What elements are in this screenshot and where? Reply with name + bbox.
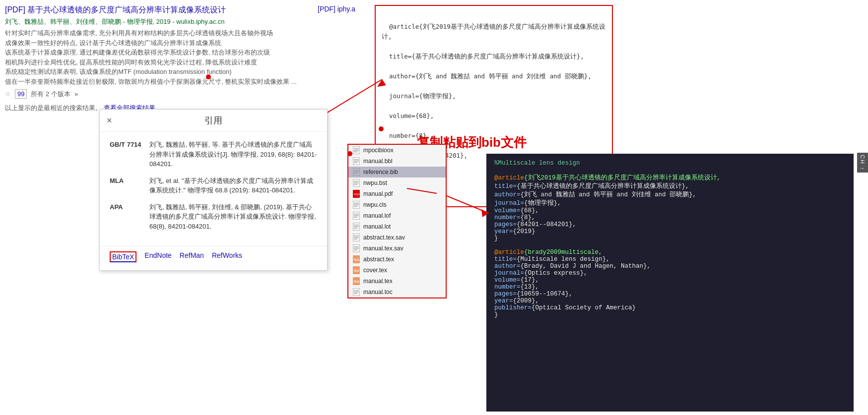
file-item[interactable]: mpocibioox	[348, 145, 446, 156]
close-button[interactable]: ×	[107, 116, 112, 126]
file-icon: TEX	[352, 266, 360, 274]
apa-text: 刘飞, 魏雅喆, 韩平丽, 刘佳维, & 邵晓鹏. (2019). 基于共心球透…	[149, 202, 317, 232]
bibtex-line5: volume={68},	[382, 112, 434, 119]
code-entry2-at: @article{brady2009multiscale,	[494, 249, 846, 256]
file-icon	[352, 288, 360, 296]
versions-text[interactable]: 所有 2 个版本	[31, 90, 70, 99]
file-name: nwpu.bst	[363, 179, 387, 186]
code-entry2-publisher: publisher={Optical Society of America}	[494, 304, 846, 311]
code-entry2-close: }	[494, 311, 846, 318]
search-result-area: [PDF] 基于共心球透镜的多尺度广域高分辨率计算成像系统设计 刘飞、魏雅喆、韩…	[5, 5, 313, 113]
search-snippet: 针对实时广域高分辨率成像需求, 充分利用具有对称结构的多层共心球透镜视场大且各轴…	[5, 28, 313, 86]
citation-body: GB/T 7714 刘飞, 魏雅喆, 韩平丽, 等. 基于共心球透镜的多尺度广域…	[100, 132, 327, 246]
refman-link[interactable]: RefMan	[180, 251, 204, 262]
cite-count[interactable]: 99	[15, 89, 27, 99]
svg-text:TEX: TEX	[353, 280, 359, 283]
citation-title: 引用	[204, 115, 222, 126]
file-name: manual.bbl	[363, 158, 393, 165]
file-item[interactable]: manual.lof	[348, 210, 446, 221]
file-name: abstract.tex	[363, 256, 394, 263]
gb-text: 刘飞, 魏雅喆, 韩平丽, 等. 基于共心球透镜的多尺度广域高分辨率计算成像系统…	[149, 140, 317, 169]
code-entry2-number: number={13},	[494, 284, 846, 291]
file-icon	[352, 234, 360, 241]
svg-text:TEX: TEX	[353, 269, 359, 272]
citation-header: × 引用	[100, 110, 327, 132]
file-name: mpocibioox	[363, 147, 394, 154]
ch-button[interactable]: CH ↑	[857, 153, 868, 173]
file-name: manual.lof	[363, 212, 391, 219]
file-icon: TEX	[352, 255, 360, 263]
file-icon	[352, 223, 360, 231]
file-icon: TEX	[352, 277, 360, 285]
bibtex-line2: title={基于共心球透镜的多尺度广域高分辨率计算成像系统设计},	[382, 53, 584, 60]
file-name: reference.bib	[363, 169, 398, 176]
mla-citation-row: MLA 刘飞, et al. "基于共心球透镜的多尺度广域高分辨率计算成像系统统…	[110, 176, 317, 195]
file-icon	[352, 244, 360, 252]
code-entry1-journal: journal={物理学报},	[494, 199, 846, 207]
code-entry1-volume: volume={68},	[494, 207, 846, 214]
endnote-link[interactable]: EndNote	[144, 251, 171, 262]
file-icon	[352, 146, 360, 154]
file-item[interactable]: reference.bib	[348, 167, 446, 178]
file-name: manual.pdf	[363, 190, 393, 197]
code-entry1-year: year={2019}	[494, 228, 846, 235]
search-meta: ☆ 99 所有 2 个版本 »	[5, 89, 313, 99]
code-entry1-pages: pages={84201--084201},	[494, 221, 846, 228]
citation-popup: × 引用 GB/T 7714 刘飞, 魏雅喆, 韩平丽, 等. 基于共心球透镜的…	[99, 109, 328, 271]
gb-citation-row: GB/T 7714 刘飞, 魏雅喆, 韩平丽, 等. 基于共心球透镜的多尺度广域…	[110, 140, 317, 169]
file-icon	[352, 212, 360, 220]
file-icon: PDF	[352, 190, 360, 198]
file-item[interactable]: manual.lot	[348, 221, 446, 232]
mla-text: 刘飞, et al. "基于共心球透镜的多尺度广域高分辨率计算成像系统统计." …	[149, 176, 317, 195]
file-item[interactable]: TEXmanual.tex	[348, 276, 446, 287]
file-name: abstract.tex.sav	[363, 234, 405, 241]
mla-label: MLA	[110, 176, 149, 195]
bibtex-line1: @article{刘飞2019基于共心球透镜的多尺度广域高分辨率计算成像系统设计…	[382, 23, 605, 40]
file-icon	[352, 168, 360, 176]
citation-format-links: BibTeX EndNote RefMan RefWorks	[100, 246, 327, 270]
code-entry2-volume: volume={17},	[494, 277, 846, 284]
file-name: manual.tex	[363, 278, 393, 285]
file-item[interactable]: nwpu.cls	[348, 199, 446, 210]
svg-text:PDF: PDF	[354, 193, 360, 196]
file-name: manual.lot	[363, 223, 391, 230]
file-item[interactable]: manual.tex.sav	[348, 243, 446, 254]
code-comment: %Multiscale lens design	[494, 160, 846, 167]
code-entry1-title: title={基于共心球透镜的多尺度广域高分辨率计算成像系统设计},	[494, 182, 846, 190]
file-item[interactable]: TEXabstract.tex	[348, 254, 446, 265]
pdf-link[interactable]: [PDF] iphy.a	[318, 5, 355, 13]
code-entry2-year: year={2009},	[494, 297, 846, 304]
file-name: manual.tex.sav	[363, 245, 403, 252]
file-name: nwpu.cls	[363, 201, 387, 208]
file-item[interactable]: manual.bbl	[348, 156, 446, 167]
code-entry2-title: title={Multiscale lens design},	[494, 256, 846, 263]
refworks-link[interactable]: RefWorks	[212, 251, 242, 262]
bibtex-line3: author={刘飞 and 魏雅喆 and 韩平丽 and 刘佳维 and 邵…	[382, 72, 592, 80]
code-entry1-close: }	[494, 235, 846, 242]
apa-citation-row: APA 刘飞, 魏雅喆, 韩平丽, 刘佳维, & 邵晓鹏. (2019). 基于…	[110, 202, 317, 232]
search-title[interactable]: [PDF] 基于共心球透镜的多尺度广域高分辨率计算成像系统设计	[5, 5, 313, 15]
file-name: manual.toc	[363, 289, 393, 296]
file-item[interactable]: abstract.tex.sav	[348, 232, 446, 243]
file-item[interactable]: manual.toc	[348, 287, 446, 297]
file-item[interactable]: PDFmanual.pdf	[348, 188, 446, 199]
code-entry1-at: @article{刘飞2019基于共心球透镜的多尺度广域高分辨率计算成像系统设计…	[494, 174, 846, 182]
code-entry1-number: number={8},	[494, 214, 846, 221]
file-icon	[352, 157, 360, 165]
file-item[interactable]: TEXcover.tex	[348, 265, 446, 276]
code-entry2-journal: journal={Optics express},	[494, 270, 846, 277]
code-entry1-author: author={刘飞 and 魏雅喆 and 韩平丽 and 刘佳维 and 邵…	[494, 190, 846, 199]
file-explorer: mpocibiooxmanual.bblreference.bibnwpu.bs…	[347, 144, 447, 298]
apa-label: APA	[110, 202, 149, 232]
code-entry2-author: author={Brady, David J and Hagen, Nathan…	[494, 263, 846, 270]
file-item[interactable]: nwpu.bst	[348, 178, 446, 188]
file-icon	[352, 201, 360, 209]
svg-text:TEX: TEX	[353, 258, 359, 261]
bibtex-link[interactable]: BibTeX	[110, 251, 136, 262]
file-name: cover.tex	[363, 267, 387, 274]
expand-icon: »	[74, 90, 78, 98]
star-icon: ☆	[5, 90, 11, 98]
code-entry2-pages: pages={10659--10674},	[494, 291, 846, 297]
bibtex-line4: journal={物理学报},	[382, 92, 456, 100]
file-icon	[352, 179, 360, 187]
